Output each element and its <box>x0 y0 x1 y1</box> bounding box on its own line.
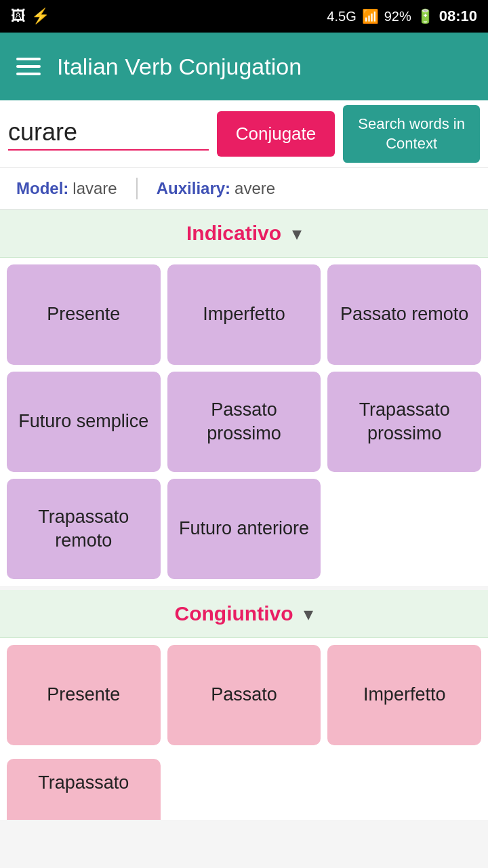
search-input-wrapper <box>8 118 209 151</box>
model-value: lavare <box>73 179 117 198</box>
time-text: 08:10 <box>439 7 477 25</box>
indicativo-tense-grid: PresenteImperfettoPassato remotoFuturo s… <box>0 258 488 586</box>
congiuntivo-section-header[interactable]: Congiuntivo ▾ <box>0 590 488 638</box>
auxiliary-value: avere <box>235 179 275 198</box>
congiuntivo-partial-grid: Trapassato <box>0 752 488 820</box>
app-title: Italian Verb Conjugation <box>57 54 472 80</box>
indicativo-tense-card-0[interactable]: Presente <box>7 264 161 365</box>
app-bar: Italian Verb Conjugation <box>0 33 488 100</box>
indicativo-tense-card-6[interactable]: Trapassato remoto <box>7 479 161 579</box>
battery-text: 92% <box>384 9 411 24</box>
indicativo-chevron-icon: ▾ <box>292 222 302 245</box>
indicativo-tense-card-8 <box>327 479 481 579</box>
indicativo-tense-card-5[interactable]: Trapassato prossimo <box>327 372 481 472</box>
congiuntivo-partial-card-0[interactable]: Trapassato <box>7 759 161 820</box>
divider <box>136 178 138 199</box>
search-input[interactable] <box>8 118 209 146</box>
indicativo-tense-card-7[interactable]: Futuro anteriore <box>167 479 321 579</box>
conjugate-button[interactable]: Conjugate <box>217 111 336 157</box>
model-auxiliary-row: Model: lavare Auxiliary: avere <box>0 168 488 210</box>
search-context-button[interactable]: Search words in Context <box>343 105 480 163</box>
indicativo-title: Indicativo <box>186 222 281 245</box>
congiuntivo-title: Congiuntivo <box>175 602 293 625</box>
congiuntivo-tense-card-1[interactable]: Passato <box>167 645 321 745</box>
signal-bars-icon: 📶 <box>362 8 379 24</box>
indicativo-tense-card-3[interactable]: Futuro semplice <box>7 372 161 472</box>
indicativo-tense-card-2[interactable]: Passato remoto <box>327 264 481 365</box>
model-label: Model: <box>16 179 68 198</box>
congiuntivo-tense-card-0[interactable]: Presente <box>7 645 161 745</box>
congiuntivo-tense-card-2[interactable]: Imperfetto <box>327 645 481 745</box>
auxiliary-label: Auxiliary: <box>157 179 230 198</box>
congiuntivo-chevron-icon: ▾ <box>304 603 313 625</box>
battery-icon: 🔋 <box>417 8 434 24</box>
photo-icon: 🖼 <box>11 7 26 25</box>
menu-icon[interactable] <box>16 58 41 75</box>
flash-icon: ⚡ <box>31 7 49 25</box>
indicativo-section-header[interactable]: Indicativo ▾ <box>0 210 488 258</box>
congiuntivo-tense-grid: PresentePassatoImperfetto <box>0 638 488 752</box>
signal-text: 4.5G <box>327 9 356 24</box>
indicativo-tense-card-1[interactable]: Imperfetto <box>167 264 321 365</box>
search-bar: Conjugate Search words in Context <box>0 100 488 168</box>
status-bar: 🖼 ⚡ 4.5G 📶 92% 🔋 08:10 <box>0 0 488 33</box>
indicativo-tense-card-4[interactable]: Passato prossimo <box>167 372 321 472</box>
